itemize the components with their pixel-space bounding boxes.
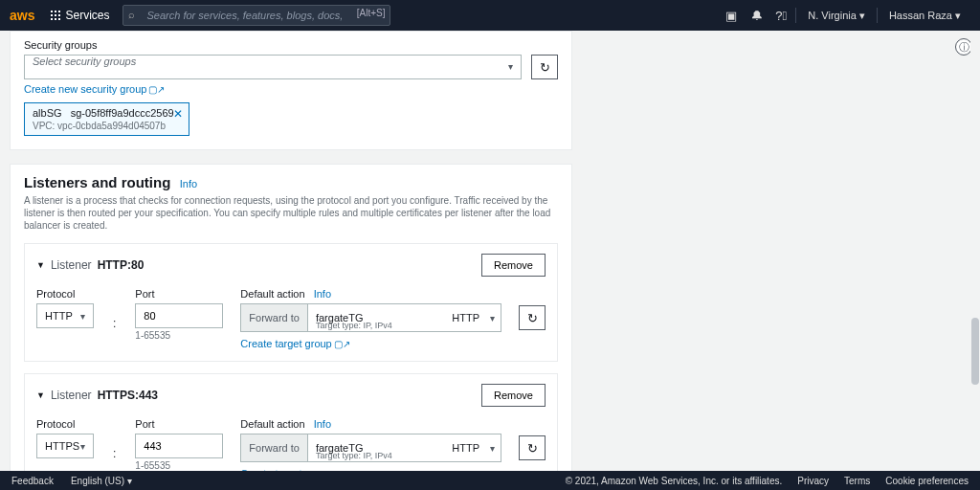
listener-label: Listener [51, 258, 92, 272]
colon: : [111, 317, 118, 330]
privacy-link[interactable]: Privacy [797, 476, 829, 486]
sg-placeholder: Select security groups [33, 56, 136, 67]
chevron-down-icon: ▾ [80, 311, 85, 322]
default-action-info[interactable]: Info [314, 288, 331, 300]
remove-listener-button[interactable]: Remove [481, 254, 546, 277]
port-hint: 1-65535 [135, 330, 223, 341]
listener-header: HTTP:80 [98, 258, 145, 272]
forward-to-label: Forward to [240, 303, 307, 332]
listeners-description: A listener is a process that checks for … [24, 194, 558, 232]
collapse-icon[interactable]: ▼ [36, 260, 45, 270]
remove-listener-button[interactable]: Remove [481, 384, 546, 407]
port-input[interactable] [135, 303, 223, 328]
services-label: Services [65, 9, 109, 22]
target-group-select[interactable]: fargateTG Target type: IP, IPv4 HTTP ▾ [307, 434, 501, 462]
default-action-label: Default action Info [240, 418, 501, 430]
region-selector[interactable]: N. Virginia ▾ [798, 10, 875, 22]
protocol-select[interactable]: HTTP▾ [36, 303, 94, 328]
aws-logo[interactable]: aws [10, 8, 42, 23]
forward-to-label: Forward to [240, 434, 307, 462]
port-label: Port [135, 288, 223, 300]
port-hint: 1-65535 [135, 460, 223, 471]
search-icon: ⌕ [128, 9, 135, 20]
listener-header: HTTPS:443 [98, 389, 158, 402]
listeners-panel: Listeners and routing Info A listener is… [10, 164, 572, 490]
port-input[interactable] [135, 434, 223, 458]
security-groups-select[interactable]: Select security groups ▾ [24, 55, 522, 79]
chevron-down-icon: ▾ [490, 313, 495, 323]
default-action-label: Default action Info [240, 288, 501, 300]
sg-token-remove[interactable]: ✕ [173, 107, 183, 121]
sg-token: albSG sg-05f8ff9a9dccc2569 ✕ VPC: vpc-0c… [24, 102, 189, 136]
sg-token-id: sg-05f8ff9a9dccc2569 [71, 107, 174, 119]
scrollbar-thumb[interactable] [971, 318, 979, 385]
chevron-down-icon: ▾ [508, 61, 513, 72]
listener-label: Listener [51, 389, 92, 402]
copyright: © 2021, Amazon Web Services, Inc. or its… [566, 476, 783, 486]
refresh-tg-button[interactable]: ↻ [519, 305, 546, 330]
console-footer: Feedback English (US) ▾ © 2021, Amazon W… [0, 471, 980, 490]
feedback-link[interactable]: Feedback [11, 476, 54, 486]
global-search[interactable]: ⌕ [Alt+S] [122, 5, 390, 26]
protocol-select[interactable]: HTTPS▾ [36, 434, 94, 458]
refresh-tg-button[interactable]: ↻ [519, 435, 546, 460]
protocol-label: Protocol [36, 418, 94, 430]
security-groups-panel: Security groups Select security groups ▾… [10, 31, 572, 150]
cloudshell-icon[interactable]: ▣ [719, 9, 744, 23]
protocol-label: Protocol [36, 288, 94, 300]
top-nav: aws Services ⌕ [Alt+S] ▣ 🔔︎ ?⃝ N. Virgin… [0, 0, 980, 31]
port-label: Port [135, 418, 223, 430]
create-sg-link[interactable]: Create new security group▢↗ [24, 83, 558, 95]
listener-card: ▼ Listener HTTP:80 Remove Protocol HTTP▾… [24, 243, 558, 362]
services-menu[interactable]: Services [50, 9, 109, 22]
default-action-info[interactable]: Info [314, 418, 331, 430]
refresh-sg-button[interactable]: ↻ [531, 55, 558, 79]
help-icon[interactable]: ?⃝ [768, 9, 793, 23]
security-groups-label: Security groups [24, 39, 558, 51]
external-link-icon: ▢↗ [334, 339, 350, 349]
collapse-icon[interactable]: ▼ [36, 390, 45, 400]
chevron-down-icon: ▾ [80, 441, 85, 452]
cookie-prefs-link[interactable]: Cookie preferences [885, 476, 969, 486]
chevron-down-icon: ▾ [490, 443, 495, 454]
create-target-group-link[interactable]: Create target group▢↗ [240, 338, 501, 349]
scrollbar-track[interactable] [970, 31, 980, 471]
search-shortcut: [Alt+S] [357, 8, 386, 18]
sg-token-vpc: VPC: vpc-0cbda5a994d04507b [33, 121, 181, 131]
search-input[interactable] [122, 5, 390, 26]
listeners-heading: Listeners and routing [24, 174, 170, 190]
notifications-icon[interactable]: 🔔︎ [744, 9, 768, 23]
listeners-info-link[interactable]: Info [180, 178, 197, 189]
grid-icon [50, 10, 61, 21]
sg-token-name: albSG [33, 107, 62, 119]
language-selector[interactable]: English (US) ▾ [71, 476, 132, 486]
target-group-select[interactable]: fargateTG Target type: IP, IPv4 HTTP ▾ [307, 303, 501, 332]
external-link-icon: ▢↗ [148, 84, 165, 95]
account-menu[interactable]: Hassan Raza ▾ [880, 10, 970, 22]
colon: : [111, 447, 118, 460]
terms-link[interactable]: Terms [844, 476, 870, 486]
